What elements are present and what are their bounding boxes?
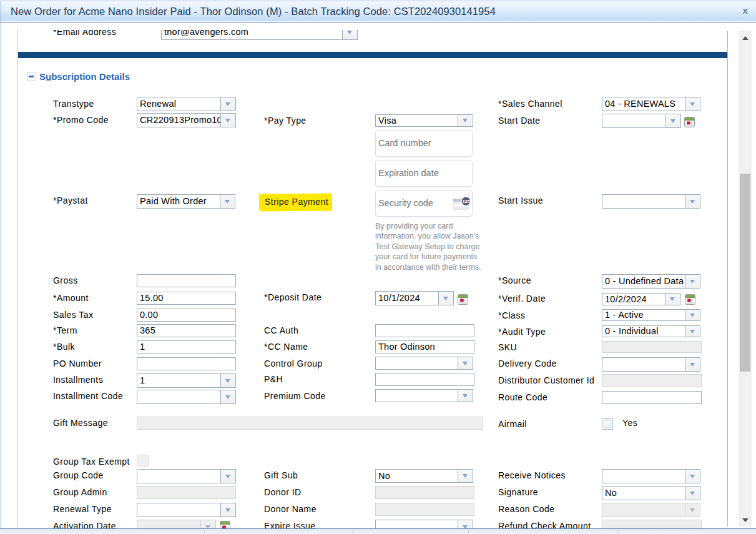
svg-text:135: 135 [462,199,469,204]
